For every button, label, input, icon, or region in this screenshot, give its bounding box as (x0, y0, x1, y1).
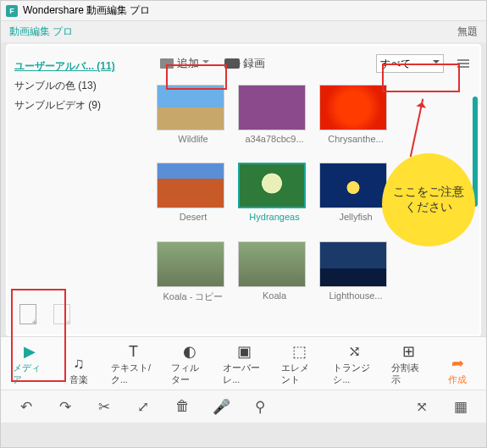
tool-6[interactable]: ⚲ (252, 399, 268, 414)
media-thumb[interactable]: a34a78cbc9... (238, 85, 311, 147)
annotation-callout: ここをご注意ください (382, 153, 475, 246)
thumb-caption: Wildlife (157, 134, 230, 144)
thumb-image (319, 85, 387, 130)
filter-dropdown[interactable]: すべて (376, 54, 444, 73)
tab-label: オーバーレ... (223, 362, 266, 386)
thumb-image (157, 163, 224, 208)
tool-1[interactable]: ↷ (57, 399, 74, 414)
new-item-disabled-icon (53, 304, 70, 324)
add-label: 追加 (177, 56, 199, 71)
tab-label: 音楽 (69, 374, 88, 386)
thumb-caption: Jellyfish (319, 212, 392, 222)
album-item[interactable]: ユーザーアルバ... (11) (14, 59, 136, 74)
thumb-caption: a34a78cbc9... (238, 134, 311, 144)
tab-エレメント[interactable]: ⬚エレメント (281, 342, 318, 386)
media-thumb[interactable]: Lighthouse... (319, 241, 392, 307)
tool-7[interactable]: ⤧ (413, 399, 430, 414)
tab-分割表示[interactable]: ⊞分割表示 (391, 342, 425, 386)
media-thumb[interactable]: Desert (157, 163, 230, 225)
tab-icon: ⬚ (291, 342, 309, 361)
thumb-caption: Chrysanthe... (319, 134, 392, 144)
create-icon: ➦ (448, 354, 467, 373)
tab-テキスト/ク...[interactable]: Tテキスト/ク... (111, 342, 156, 386)
thumb-image (238, 163, 306, 208)
tool-5[interactable]: 🎤 (213, 399, 230, 414)
panel-tabs: ▶メディア♫音楽Tテキスト/ク...◐フィルター▣オーバーレ...⬚エレメント⤭… (1, 336, 486, 390)
media-thumb[interactable]: Wildlife (157, 85, 230, 147)
create-label: 作成 (448, 374, 467, 386)
tool-2[interactable]: ✂ (96, 399, 113, 414)
timeline-toolbar: ↶↷✂⤢🗑🎤⚲ ⤧▦ (1, 390, 486, 423)
tab-icon: ◐ (180, 342, 199, 361)
tab-label: フィルター (171, 362, 208, 386)
caret-down-icon (202, 60, 209, 67)
thumb-image (238, 85, 306, 130)
create-button[interactable]: ➦作成 (440, 354, 474, 386)
content-topbar: 追加 録画 すべて (143, 51, 474, 81)
filter-value: すべて (380, 57, 411, 71)
tab-フィルター[interactable]: ◐フィルター (171, 342, 208, 386)
thumb-caption: Hydrangeas (238, 212, 311, 222)
tool-4[interactable]: 🗑 (174, 399, 191, 414)
media-thumb[interactable]: Koala (238, 241, 311, 307)
tool-8[interactable]: ▦ (452, 399, 469, 414)
thumb-caption: Koala - コピー (157, 290, 230, 303)
album-item[interactable]: サンブルの色 (13) (14, 79, 136, 93)
new-item-icon[interactable] (19, 304, 36, 324)
tab-オーバーレ...[interactable]: ▣オーバーレ... (223, 342, 266, 386)
sub-titlebar: 動画編集 プロ 無題 (1, 21, 486, 42)
tab-label: テキスト/ク... (111, 362, 156, 386)
album-sidebar: ユーザーアルバ... (11)サンブルの色 (13)サンブルビデオ (9) (8, 46, 143, 335)
thumb-image (319, 163, 387, 208)
record-label: 録画 (243, 56, 265, 71)
chevron-down-icon (433, 60, 440, 67)
app-subtitle: 動画編集 プロ (9, 25, 73, 39)
tab-icon: ♫ (69, 354, 88, 373)
tab-icon: ⤭ (346, 342, 364, 361)
media-thumb[interactable]: Jellyfish (319, 163, 392, 225)
thumb-image (238, 241, 306, 287)
tab-メディア[interactable]: ▶メディア (13, 342, 47, 386)
callout-text: ここをご注意ください (390, 185, 467, 215)
add-button[interactable]: 追加 (157, 54, 213, 73)
thumb-image (157, 241, 224, 287)
folder-icon (160, 58, 174, 69)
tab-label: エレメント (281, 362, 318, 386)
app-logo-icon: F (6, 5, 18, 17)
tool-0[interactable]: ↶ (18, 399, 35, 414)
record-button[interactable]: 録画 (221, 54, 268, 73)
thumb-caption: Koala (238, 290, 311, 301)
tab-icon: ⊞ (399, 342, 418, 361)
tab-label: 分割表示 (391, 362, 425, 386)
tab-トランジシ...[interactable]: ⤭トランジシ... (333, 342, 376, 386)
media-thumb[interactable]: Chrysanthe... (319, 85, 392, 147)
media-thumb[interactable]: Hydrangeas (238, 163, 311, 225)
sidebar-actions (19, 304, 70, 324)
tab-icon: ▶ (20, 342, 39, 361)
thumb-image (157, 85, 224, 130)
tab-icon: ▣ (235, 342, 254, 361)
app-title: Wondershare 動画編集 プロ (23, 3, 151, 18)
thumb-caption: Desert (157, 212, 230, 222)
album-item[interactable]: サンブルビデオ (9) (14, 98, 136, 113)
thumb-image (319, 241, 387, 287)
window-titlebar: F Wondershare 動画編集 プロ (1, 1, 486, 21)
doc-untitled: 無題 (457, 25, 478, 39)
tab-label: トランジシ... (333, 362, 376, 386)
media-thumb[interactable]: Koala - コピー (157, 241, 230, 307)
camera-icon (224, 58, 240, 69)
tab-icon: T (124, 342, 142, 361)
tab-音楽[interactable]: ♫音楽 (62, 354, 96, 386)
tool-3[interactable]: ⤢ (135, 399, 152, 414)
view-menu-button[interactable] (457, 59, 469, 68)
tab-label: メディア (13, 362, 47, 386)
thumb-caption: Lighthouse... (319, 290, 392, 301)
